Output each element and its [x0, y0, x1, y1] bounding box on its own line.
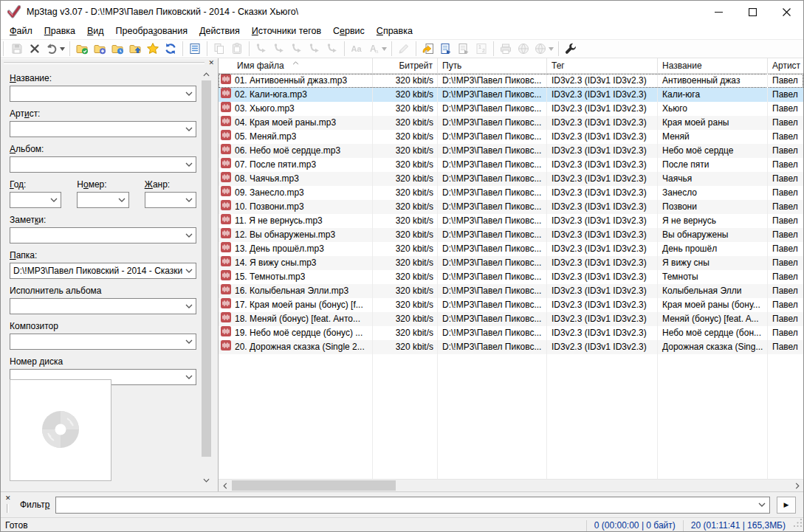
undo-button[interactable] — [44, 40, 66, 58]
cell-5-2: 320 kbit/s — [373, 130, 438, 144]
file-row-4[interactable]: 04. Края моей раны.mp3320 kbit/sD:\!MP3\… — [219, 116, 803, 130]
cell-18-4: ID3v2.3 (ID3v1 ID3v2.3) — [547, 312, 658, 326]
scroll-up-icon[interactable] — [201, 69, 212, 80]
refresh-button[interactable] — [162, 40, 179, 58]
cell-6-3: D:\!MP3\Павел Пиковс... — [438, 144, 547, 158]
file-row-9[interactable]: 09. Занесло.mp3320 kbit/sD:\!MP3\Павел П… — [219, 186, 803, 200]
file-row-10[interactable]: 10. Позвони.mp3320 kbit/sD:\!MP3\Павел П… — [219, 200, 803, 214]
file-row-7[interactable]: 07. После пяти.mp3320 kbit/sD:\!MP3\Паве… — [219, 158, 803, 172]
scrollbar-thumb[interactable] — [232, 480, 396, 491]
filter-apply-button[interactable]: ▶ — [777, 497, 796, 514]
cell-6-2: 320 kbit/s — [373, 144, 438, 158]
change-directory-button[interactable] — [73, 40, 91, 58]
filename-to-tag-button[interactable] — [437, 40, 455, 58]
cell-4-1: 04. Края моей раны.mp3 — [219, 116, 373, 130]
cell-19-6: Павел — [768, 326, 803, 340]
cell-9-6: Павел — [768, 186, 803, 200]
file-row-14[interactable]: 14. Я вижу сны.mp3320 kbit/sD:\!MP3\Паве… — [219, 256, 803, 270]
file-row-16[interactable]: 16. Колыбельная Элли.mp3320 kbit/sD:\!MP… — [219, 284, 803, 298]
minimize-button[interactable] — [701, 1, 735, 23]
menu-item-2[interactable]: Правка — [38, 24, 81, 38]
cell-18-6: Павел — [768, 312, 803, 326]
field-combobox-year[interactable] — [10, 192, 61, 208]
cell-11-2: 320 kbit/s — [373, 214, 438, 228]
field-combobox-track[interactable] — [77, 192, 128, 208]
field-combobox-genre[interactable] — [145, 192, 196, 208]
cell-2-1: 02. Кали-юга.mp3 — [219, 88, 373, 102]
recent-directories-button[interactable] — [109, 40, 126, 58]
mp3-file-icon — [221, 200, 231, 214]
scrollbar-thumb[interactable] — [202, 80, 211, 457]
cover-art-box[interactable] — [10, 379, 111, 481]
tag-to-filename-button[interactable] — [419, 40, 437, 58]
column-header-2[interactable]: Битрейт — [373, 58, 438, 73]
file-row-19[interactable]: 19. Небо моё сердце (бонус) ...320 kbit/… — [219, 326, 803, 340]
remove-tag-button[interactable] — [26, 40, 44, 58]
edit-tag-button — [395, 40, 413, 58]
menu-item-7[interactable]: Сервис — [327, 24, 371, 38]
menu-item-3[interactable]: Вид — [81, 24, 110, 38]
field-combobox-composer[interactable] — [10, 334, 196, 350]
file-row-17[interactable]: 17. Края моей раны (бонус) [f...320 kbit… — [219, 298, 803, 312]
cell-10-5: Позвони — [658, 200, 768, 214]
horizontal-scrollbar[interactable] — [219, 479, 803, 491]
column-header-5[interactable]: Название — [658, 58, 768, 73]
field-combobox-directory[interactable]: D:\!MP3\Павел Пиковский - 2014 - Сказки — [10, 263, 196, 279]
file-row-13[interactable]: 13. День прошёл.mp3320 kbit/sD:\!MP3\Пав… — [219, 242, 803, 256]
cell-6-5: Небо моё сердце — [658, 144, 768, 158]
scroll-right-icon[interactable] — [791, 480, 803, 491]
menu-item-5[interactable]: Действия — [193, 24, 246, 38]
column-header-6[interactable]: Артист — [768, 58, 803, 73]
file-row-3[interactable]: 03. Хьюго.mp3320 kbit/sD:\!MP3\Павел Пик… — [219, 102, 803, 116]
file-row-1[interactable]: 01. Антивоенный джаз.mp3320 kbit/sD:\!MP… — [219, 74, 803, 88]
menu-item-4[interactable]: Преобразования — [110, 24, 193, 38]
cell-17-1: 17. Края моей раны (бонус) [f... — [219, 298, 373, 312]
file-row-2[interactable]: 02. Кали-юга.mp3320 kbit/sD:\!MP3\Павел … — [219, 88, 803, 102]
file-row-8[interactable]: 08. Чаячья.mp3320 kbit/sD:\!MP3\Павел Пи… — [219, 172, 803, 186]
favorites-button[interactable] — [144, 40, 162, 58]
menu-item-8[interactable]: Справка — [371, 24, 419, 38]
file-row-18[interactable]: 18. Меняй (бонус) [feat. Анто...320 kbit… — [219, 312, 803, 326]
cell-5-3: D:\!MP3\Павел Пиковс... — [438, 130, 547, 144]
field-combobox-title[interactable] — [10, 86, 196, 102]
cell-13-1: 13. День прошёл.mp3 — [219, 242, 373, 256]
cell-4-6: Павел — [768, 116, 803, 130]
mp3-file-icon — [221, 158, 231, 172]
svg-text:2: 2 — [482, 48, 485, 53]
filter-close-icon[interactable]: ✕ — [5, 494, 11, 502]
file-row-15[interactable]: 15. Темноты.mp3320 kbit/sD:\!MP3\Павел П… — [219, 270, 803, 284]
close-button[interactable] — [769, 1, 803, 23]
parent-directory-button[interactable] — [126, 40, 144, 58]
cell-11-4: ID3v2.3 (ID3v1 ID3v2.3) — [547, 214, 658, 228]
file-row-6[interactable]: 06. Небо моё сердце.mp3320 kbit/sD:\!MP3… — [219, 144, 803, 158]
menu-item-6[interactable]: Источники тегов — [246, 24, 327, 38]
add-directory-button[interactable] — [91, 40, 109, 58]
tag-panel-close-icon[interactable]: ✕ — [208, 59, 214, 67]
scroll-left-icon[interactable] — [219, 480, 231, 491]
field-combobox-albumartist[interactable] — [10, 298, 196, 314]
filter-input[interactable] — [55, 497, 770, 514]
menu-bar: ФайлПравкаВидПреобразованияДействияИсточ… — [1, 23, 803, 39]
cell-10-3: D:\!MP3\Павел Пиковс... — [438, 200, 547, 214]
file-row-20[interactable]: 20. Дорожная сказка (Single 2...320 kbit… — [219, 340, 803, 354]
maximize-button[interactable] — [735, 1, 769, 23]
file-row-11[interactable]: 11. Я не вернусь.mp3320 kbit/sD:\!MP3\Па… — [219, 214, 803, 228]
options-button[interactable] — [562, 40, 580, 58]
file-row-12[interactable]: 12. Вы обнаружены.mp3320 kbit/sD:\!MP3\П… — [219, 228, 803, 242]
status-ready: Готов — [1, 520, 586, 531]
field-combobox-artist[interactable] — [10, 121, 196, 137]
cell-7-4: ID3v2.3 (ID3v1 ID3v2.3) — [547, 158, 658, 172]
tag-panel-handle[interactable]: ✕ — [1, 58, 218, 66]
tag-panel-toggle-button[interactable] — [186, 40, 204, 58]
menu-item-1[interactable]: Файл — [4, 24, 38, 38]
toolbar-separator — [249, 41, 250, 56]
tag-panel-scrollbar[interactable] — [201, 69, 212, 486]
column-header-4[interactable]: Тег — [547, 58, 658, 73]
field-combobox-album[interactable] — [10, 156, 196, 173]
scroll-down-icon[interactable] — [201, 474, 212, 486]
cell-19-1: 19. Небо моё сердце (бонус) ... — [219, 326, 373, 340]
column-header-3[interactable]: Путь — [438, 58, 547, 73]
field-combobox-comment[interactable] — [10, 227, 196, 243]
resize-grip[interactable] — [793, 518, 803, 532]
file-row-5[interactable]: 05. Меняй.mp3320 kbit/sD:\!MP3\Павел Пик… — [219, 130, 803, 144]
